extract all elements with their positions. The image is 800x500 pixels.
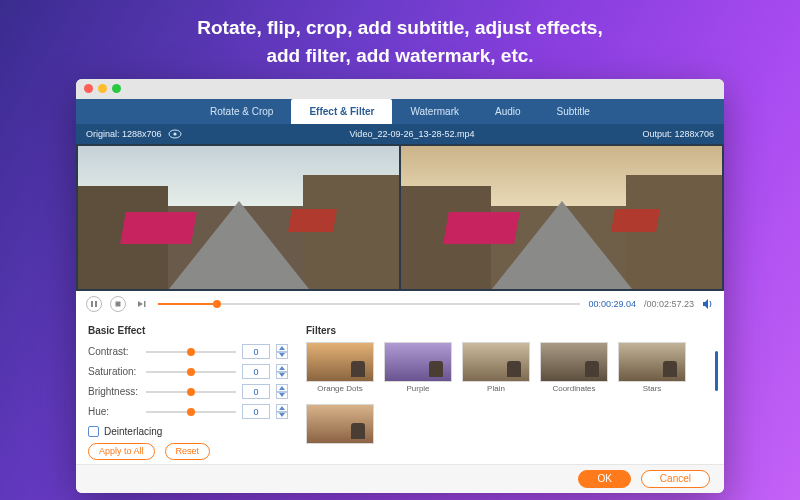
filter-thumbnail	[462, 342, 530, 382]
svg-marker-15	[279, 413, 285, 417]
deinterlacing-checkbox[interactable]	[88, 426, 99, 437]
window-close-button[interactable]	[84, 84, 93, 93]
saturation-stepper[interactable]	[276, 364, 288, 379]
tab-effect-filter[interactable]: Effect & Filter	[291, 99, 392, 125]
tab-audio[interactable]: Audio	[477, 99, 539, 125]
ok-button[interactable]: OK	[578, 470, 630, 488]
window-titlebar	[76, 79, 724, 99]
svg-marker-11	[279, 373, 285, 377]
contrast-step-down[interactable]	[276, 352, 288, 360]
playback-bar: 00:00:29.04 /00:02:57.23	[76, 291, 724, 317]
preview-info-bar: Original: 1288x706 Video_22-09-26_13-28-…	[76, 124, 724, 144]
source-filename: Video_22-09-26_13-28-52.mp4	[182, 129, 643, 139]
filter-purple[interactable]: Purple	[384, 342, 452, 396]
seek-slider[interactable]	[158, 299, 580, 309]
original-dimensions-label: Original: 1288x706	[86, 129, 162, 139]
filter-name: Coordinates	[552, 384, 595, 393]
svg-marker-13	[279, 393, 285, 397]
dialog-footer: OK Cancel	[76, 464, 724, 493]
output-dimensions-label: Output: 1288x706	[642, 129, 714, 139]
hue-label: Hue:	[88, 406, 140, 417]
controls-area: Basic Effect Contrast: 0 Saturation: 0	[76, 317, 724, 464]
stop-button[interactable]	[110, 296, 126, 312]
reset-button[interactable]: Reset	[165, 443, 211, 460]
brightness-stepper[interactable]	[276, 384, 288, 399]
tab-rotate-crop[interactable]: Rotate & Crop	[192, 99, 291, 125]
brightness-step-down[interactable]	[276, 392, 288, 400]
next-frame-button[interactable]	[134, 296, 150, 312]
filters-panel: Filters Orange Dots Purple Plain Coordin…	[306, 325, 712, 460]
hue-step-down[interactable]	[276, 412, 288, 420]
filter-thumbnail	[306, 404, 374, 444]
svg-marker-7	[703, 299, 708, 309]
saturation-step-up[interactable]	[276, 364, 288, 372]
editor-window: Rotate & Crop Effect & Filter Watermark …	[76, 79, 724, 493]
svg-marker-8	[279, 346, 285, 350]
hue-stepper[interactable]	[276, 404, 288, 419]
filter-name: Orange Dots	[317, 384, 362, 393]
window-zoom-button[interactable]	[112, 84, 121, 93]
filter-orange-dots[interactable]: Orange Dots	[306, 342, 374, 396]
svg-marker-12	[279, 386, 285, 390]
contrast-step-up[interactable]	[276, 344, 288, 352]
brightness-value[interactable]: 0	[242, 384, 270, 399]
hue-slider[interactable]	[146, 407, 236, 417]
saturation-label: Saturation:	[88, 366, 140, 377]
filter-coordinates[interactable]: Coordinates	[540, 342, 608, 396]
contrast-value[interactable]: 0	[242, 344, 270, 359]
svg-marker-5	[138, 301, 143, 307]
filters-title: Filters	[306, 325, 712, 336]
filter-thumbnail	[540, 342, 608, 382]
cancel-button[interactable]: Cancel	[641, 470, 710, 488]
preview-output	[401, 146, 722, 289]
saturation-step-down[interactable]	[276, 372, 288, 380]
brightness-label: Brightness:	[88, 386, 140, 397]
filter-stars[interactable]: Stars	[618, 342, 686, 396]
basic-effect-panel: Basic Effect Contrast: 0 Saturation: 0	[88, 325, 288, 460]
basic-effect-title: Basic Effect	[88, 325, 288, 336]
volume-icon[interactable]	[702, 298, 714, 310]
contrast-label: Contrast:	[88, 346, 140, 357]
headline-line-1: Rotate, flip, crop, add subtitle, adjust…	[197, 14, 602, 42]
contrast-stepper[interactable]	[276, 344, 288, 359]
preview-original	[78, 146, 399, 289]
tab-subtitle[interactable]: Subtitle	[539, 99, 608, 125]
filter-name: Stars	[643, 384, 662, 393]
saturation-value[interactable]: 0	[242, 364, 270, 379]
svg-rect-4	[116, 301, 121, 306]
contrast-slider[interactable]	[146, 347, 236, 357]
editor-tab-bar: Rotate & Crop Effect & Filter Watermark …	[76, 99, 724, 125]
hue-value[interactable]: 0	[242, 404, 270, 419]
headline-line-2: add filter, add watermark, etc.	[197, 42, 602, 70]
brightness-slider[interactable]	[146, 387, 236, 397]
filter-thumbnail	[618, 342, 686, 382]
preview-compare-row	[76, 144, 724, 291]
filter-thumbnail	[306, 342, 374, 382]
marketing-headline: Rotate, flip, crop, add subtitle, adjust…	[197, 14, 602, 69]
filter-extra[interactable]	[306, 404, 374, 458]
filter-name: Purple	[406, 384, 429, 393]
filter-plain[interactable]: Plain	[462, 342, 530, 396]
svg-rect-3	[95, 301, 97, 307]
filter-name: Plain	[487, 384, 505, 393]
window-minimize-button[interactable]	[98, 84, 107, 93]
svg-rect-2	[91, 301, 93, 307]
play-pause-button[interactable]	[86, 296, 102, 312]
apply-to-all-button[interactable]: Apply to All	[88, 443, 155, 460]
deinterlacing-label: Deinterlacing	[104, 426, 162, 437]
svg-marker-9	[279, 353, 285, 357]
svg-marker-14	[279, 406, 285, 410]
compare-toggle-icon[interactable]	[168, 129, 182, 139]
filter-thumbnail	[384, 342, 452, 382]
filters-scrollbar[interactable]	[715, 341, 718, 456]
playback-total-time: /00:02:57.23	[644, 299, 694, 309]
svg-marker-10	[279, 366, 285, 370]
svg-point-1	[173, 132, 176, 135]
svg-rect-6	[144, 301, 146, 307]
tab-watermark[interactable]: Watermark	[392, 99, 477, 125]
hue-step-up[interactable]	[276, 404, 288, 412]
saturation-slider[interactable]	[146, 367, 236, 377]
playback-current-time: 00:00:29.04	[588, 299, 636, 309]
brightness-step-up[interactable]	[276, 384, 288, 392]
